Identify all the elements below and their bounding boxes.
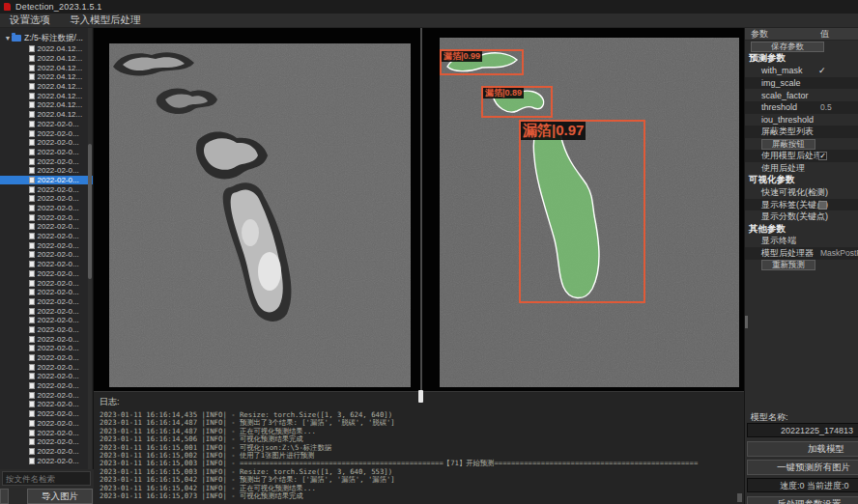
- tree-item[interactable]: 2022-02-0...: [0, 381, 93, 391]
- detection-box: [519, 120, 645, 303]
- tree-item[interactable]: 2022-02-0...: [0, 344, 93, 353]
- param-row[interactable]: 屏蔽类型列表: [745, 126, 858, 138]
- tree-item[interactable]: 2022-02-0...: [0, 278, 93, 288]
- source-image-canvas[interactable]: [109, 43, 411, 387]
- panel-splitter[interactable]: [420, 28, 422, 391]
- param-row: 预测参数: [745, 53, 858, 66]
- param-button[interactable]: 保存参数: [751, 42, 824, 52]
- param-row[interactable]: img_scale: [745, 77, 858, 90]
- param-row[interactable]: with_mask✓: [745, 65, 858, 77]
- tree-item[interactable]: 2022.04.12...: [0, 72, 93, 82]
- tree-item[interactable]: 2022-02-0...: [0, 409, 93, 419]
- tree-item[interactable]: 2022-02-0...: [0, 212, 93, 222]
- tree-item[interactable]: 2022-02-0...: [0, 120, 93, 129]
- param-row[interactable]: 显示分数(关键点): [745, 210, 858, 223]
- hidden-edge-button[interactable]: [0, 489, 9, 504]
- import-images-button[interactable]: 导入图片: [27, 489, 93, 504]
- checkbox[interactable]: [818, 201, 827, 210]
- tree-item[interactable]: 2022.04.12...: [0, 110, 93, 120]
- tree-item[interactable]: 2022-02-0...: [0, 232, 93, 241]
- predict-all-button[interactable]: 一键预测所有图片: [747, 460, 858, 475]
- tree-item[interactable]: 2022.04.12...: [0, 82, 93, 92]
- file-icon: [29, 45, 35, 52]
- tree-item[interactable]: 2022-02-0...: [0, 184, 93, 194]
- tree-item[interactable]: 2022-02-0...: [0, 156, 93, 166]
- postprocess-settings-button[interactable]: 后处理参数设置: [747, 496, 858, 504]
- tree-item[interactable]: 2022-02-0...: [0, 428, 93, 437]
- splitter-handle[interactable]: [418, 390, 423, 403]
- tree-item[interactable]: 2022-02-0...: [0, 372, 93, 381]
- load-model-button[interactable]: 加载模型: [747, 441, 858, 457]
- prediction-image-canvas[interactable]: 漏箔|0.99漏箔|0.89漏箔|0.97: [440, 38, 739, 387]
- param-label: with_mask: [745, 66, 803, 75]
- tree-item[interactable]: 2022-02-0...: [0, 166, 93, 176]
- tree-item-label: 2022.04.12...: [38, 64, 83, 72]
- log-panel: 日志: 2023-01-11 16:16:14,435 |INFO| - Res…: [94, 391, 744, 504]
- param-label: threshold: [745, 102, 797, 112]
- menu-item-1[interactable]: 导入模型后处理: [60, 14, 151, 28]
- checkbox[interactable]: ✓: [818, 152, 827, 160]
- tree-item[interactable]: 2022-02-0...: [0, 250, 93, 260]
- tree-item[interactable]: 2022-02-0...: [0, 437, 93, 447]
- tree-item[interactable]: 2022.04.12...: [0, 91, 93, 100]
- param-button[interactable]: 重新预测: [761, 260, 815, 270]
- tree-item[interactable]: 2022.04.12...: [0, 54, 93, 64]
- tree-item[interactable]: 2022-02-0...: [0, 128, 93, 138]
- tree-root-node[interactable]: ▼ Z:/5-标注数据/...: [0, 32, 93, 44]
- param-row[interactable]: 模型后处理器MaskPostPro: [745, 247, 858, 260]
- param-button[interactable]: 屏蔽按钮: [761, 139, 815, 150]
- tree-item[interactable]: 2022-02-0...: [0, 297, 93, 307]
- param-row[interactable]: iou_threshold: [745, 114, 858, 126]
- search-input[interactable]: [2, 471, 91, 486]
- tree-item-label: 2022.04.12...: [38, 92, 83, 100]
- params-scrollbar-handle[interactable]: [745, 316, 748, 328]
- tree-item-label: 2022.04.12...: [38, 54, 83, 63]
- tree-item[interactable]: 2022-02-0...: [0, 260, 93, 269]
- tree-item[interactable]: 2022.04.12...: [0, 44, 93, 54]
- tree-item[interactable]: 2022.04.12...: [0, 63, 93, 72]
- tree-item[interactable]: 2022-02-0...: [0, 148, 93, 157]
- tree-item-label: 2022-02-0...: [38, 260, 79, 268]
- tree-item[interactable]: 2022-02-0...: [0, 400, 93, 409]
- tree-item[interactable]: 2022-02-0...: [0, 316, 93, 325]
- param-row[interactable]: 显示标签(关键点): [745, 199, 858, 211]
- chevron-down-icon[interactable]: ▼: [4, 35, 12, 42]
- param-value: 0.5: [820, 102, 832, 112]
- tree-item[interactable]: 2022-02-0...: [0, 269, 93, 279]
- tree-item[interactable]: 2022-02-0...: [0, 288, 93, 297]
- param-row[interactable]: 使用模型后处理✓: [745, 150, 858, 162]
- param-label: 可视化参数: [745, 174, 795, 186]
- tree-item-label: 2022-02-0...: [38, 353, 79, 362]
- tree-item[interactable]: 2022-02-0...: [0, 334, 93, 344]
- tree-item[interactable]: 2022-02-0...: [0, 204, 93, 213]
- file-icon: [29, 270, 35, 277]
- tree-item[interactable]: 2022-02-0...: [0, 240, 93, 250]
- file-icon: [29, 93, 35, 99]
- tree-item[interactable]: 2022-02-0...: [0, 353, 93, 363]
- tree-item[interactable]: 2022-02-0...: [0, 447, 93, 457]
- param-row[interactable]: threshold0.5: [745, 101, 858, 114]
- tree-item[interactable]: 2022-02-0...: [0, 390, 93, 400]
- tree-scrollbar-handle[interactable]: [88, 144, 92, 279]
- tree-item[interactable]: 2022-02-0...: [0, 456, 93, 465]
- param-row[interactable]: 使用后处理: [745, 162, 858, 175]
- model-name-field[interactable]: 20221225_174813: [747, 423, 858, 437]
- menu-item-0[interactable]: 设置选项: [0, 14, 60, 28]
- tree-item[interactable]: 2022-02-0...: [0, 362, 93, 372]
- tree-scrollbar[interactable]: [88, 28, 92, 469]
- tree-item-label: 2022-02-0...: [38, 344, 79, 352]
- tree-item[interactable]: 2022-02-0...: [0, 306, 93, 316]
- log-scrollbar-handle[interactable]: [737, 493, 742, 502]
- tree-item[interactable]: 2022-02-0...: [0, 194, 93, 204]
- tree-item[interactable]: 2022-02-0...: [0, 325, 93, 335]
- param-row[interactable]: 显示终端: [745, 236, 858, 248]
- tree-item[interactable]: 2022-02-0...: [0, 138, 93, 148]
- tree-item[interactable]: 2022-02-0...: [0, 176, 93, 185]
- tree-item[interactable]: 2022.04.12...: [0, 100, 93, 110]
- param-row[interactable]: 快速可视化(检测): [745, 186, 858, 199]
- param-value: MaskPostPro: [820, 248, 858, 258]
- tree-item[interactable]: 2022-02-0...: [0, 419, 93, 429]
- param-row[interactable]: scale_factor: [745, 89, 858, 101]
- tree-item[interactable]: 2022-02-0...: [0, 222, 93, 232]
- tree-item-label: 2022-02-0...: [38, 250, 79, 259]
